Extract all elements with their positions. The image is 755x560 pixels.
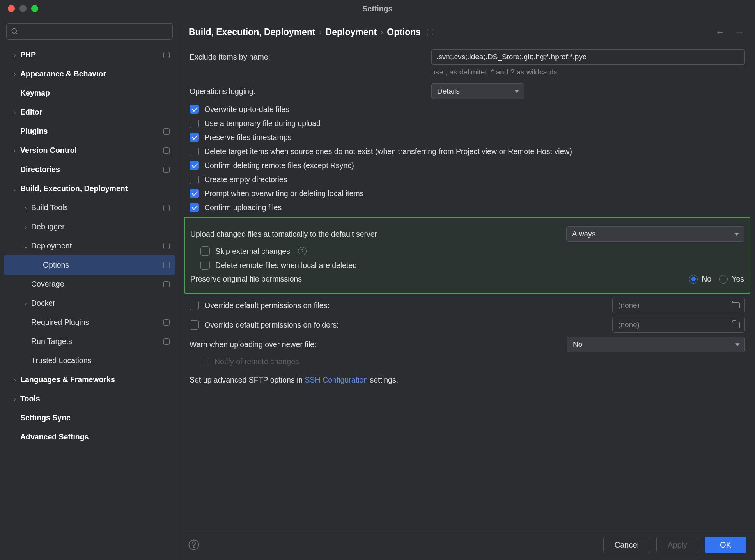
delete-target-checkbox[interactable]: [190, 147, 199, 156]
traffic-lights: [0, 5, 38, 12]
confirm-upload-checkbox[interactable]: [190, 203, 199, 212]
chevron-right-icon: ›: [11, 395, 19, 402]
delete-remote-checkbox[interactable]: [200, 261, 210, 270]
sidebar-item-plugins[interactable]: Plugins: [4, 122, 175, 141]
override-files-checkbox[interactable]: [190, 301, 199, 310]
settings-window: Settings ›PHP›Appearance & BehaviorKeyma…: [0, 0, 755, 560]
sidebar-item-build-execution-deployment[interactable]: ⌄Build, Execution, Deployment: [4, 179, 175, 198]
project-scope-badge: [163, 262, 170, 268]
create-empty-row[interactable]: Create empty directories: [190, 175, 745, 184]
exclude-items-input[interactable]: [431, 49, 745, 65]
minimize-window-button[interactable]: [19, 5, 27, 12]
close-window-button[interactable]: [8, 5, 15, 12]
preserve-perms-row: Preserve original file permissions No Ye…: [190, 275, 744, 284]
override-files-field[interactable]: (none): [612, 298, 745, 313]
warn-select[interactable]: No: [567, 337, 745, 352]
create-empty-checkbox[interactable]: [190, 175, 199, 184]
sidebar-item-version-control[interactable]: ›Version Control: [4, 141, 175, 160]
delete-target-row[interactable]: Delete target items when source ones do …: [190, 147, 745, 156]
zoom-window-button[interactable]: [31, 5, 38, 12]
override-folders-checkbox[interactable]: [190, 320, 199, 330]
chevron-right-icon: ›: [11, 71, 19, 77]
radio-icon: [719, 275, 728, 284]
titlebar: Settings: [0, 0, 755, 17]
search-input[interactable]: [6, 23, 173, 40]
sidebar-item-directories[interactable]: Directories: [4, 160, 175, 179]
ok-button[interactable]: OK: [705, 537, 746, 553]
svg-point-3: [193, 547, 194, 548]
sidebar-item-languages-frameworks[interactable]: ›Languages & Frameworks: [4, 370, 175, 389]
tempfile-row[interactable]: Use a temporary file during upload: [190, 119, 745, 128]
override-folders-field[interactable]: (none): [612, 317, 745, 333]
tempfile-checkbox[interactable]: [190, 119, 199, 128]
confirm-upload-row[interactable]: Confirm uploading files: [190, 203, 745, 212]
breadcrumb-item[interactable]: Build, Execution, Deployment: [189, 27, 315, 37]
preserve-perms-yes[interactable]: Yes: [719, 275, 744, 284]
sidebar-item-label: Options: [43, 261, 160, 269]
sidebar-item-settings-sync[interactable]: Settings Sync: [4, 408, 175, 427]
sidebar-item-appearance-behavior[interactable]: ›Appearance & Behavior: [4, 64, 175, 83]
sidebar-item-trusted-locations[interactable]: Trusted Locations: [4, 351, 175, 370]
sidebar-item-options[interactable]: Options: [4, 255, 175, 275]
preserve-perms-no[interactable]: No: [689, 275, 711, 284]
sidebar-item-keymap[interactable]: Keymap: [4, 83, 175, 103]
project-scope-badge: [163, 128, 170, 135]
help-icon[interactable]: [188, 539, 200, 551]
help-icon[interactable]: ?: [298, 247, 307, 255]
breadcrumb-item[interactable]: Deployment: [326, 27, 377, 37]
confirm-delete-checkbox[interactable]: [190, 161, 199, 170]
delete-remote-label: Delete remote files when local are delet…: [215, 261, 357, 270]
sidebar-item-docker[interactable]: ›Docker: [4, 294, 175, 313]
sidebar-item-advanced-settings[interactable]: Advanced Settings: [4, 427, 175, 447]
project-scope-badge: [163, 147, 170, 154]
sidebar-item-coverage[interactable]: Coverage: [4, 275, 175, 294]
sidebar-item-editor[interactable]: ›Editor: [4, 103, 175, 122]
delete-remote-row[interactable]: Delete remote files when local are delet…: [190, 261, 744, 270]
sidebar-item-debugger[interactable]: ›Debugger: [4, 217, 175, 236]
sidebar-item-label: Tools: [20, 394, 170, 403]
chevron-down-icon: ⌄: [11, 185, 19, 192]
prompt-overwrite-checkbox[interactable]: [190, 189, 199, 198]
back-arrow-icon[interactable]: ←: [715, 27, 725, 37]
exclude-hint: use ; as delimiter, * and ? as wildcards: [431, 68, 745, 76]
project-scope-badge: [163, 52, 170, 58]
override-files-row: Override default permissions on files: (…: [190, 298, 745, 313]
skip-external-label: Skip external changes: [215, 247, 290, 256]
skip-external-checkbox[interactable]: [200, 246, 210, 256]
overwrite-row[interactable]: Overwrite up-to-date files: [190, 105, 745, 114]
override-folders-label: Override default permissions on folders:: [204, 321, 607, 330]
confirm-delete-row[interactable]: Confirm deleting remote files (except Rs…: [190, 161, 745, 170]
sidebar-item-deployment[interactable]: ⌄Deployment: [4, 236, 175, 255]
options-panel: Exclude items by name: use ; as delimite…: [179, 41, 755, 531]
sidebar-item-label: Debugger: [31, 222, 170, 231]
create-empty-label: Create empty directories: [204, 175, 287, 184]
auto-upload-select[interactable]: Always: [566, 226, 744, 242]
preserve-ts-checkbox[interactable]: [190, 133, 199, 142]
sidebar-item-label: Deployment: [31, 241, 160, 250]
cancel-button[interactable]: Cancel: [603, 537, 650, 553]
search-wrap: [4, 23, 175, 40]
preserve-ts-row[interactable]: Preserve files timestamps: [190, 133, 745, 142]
chevron-right-icon: ›: [22, 204, 30, 211]
apply-button[interactable]: Apply: [656, 537, 698, 553]
search-icon: [11, 28, 19, 35]
chevron-right-icon: ›: [22, 300, 30, 307]
sidebar-item-run-targets[interactable]: Run Targets: [4, 332, 175, 351]
project-scope-badge: [163, 205, 170, 211]
exclude-row: Exclude items by name:: [190, 49, 745, 65]
skip-external-row[interactable]: Skip external changes ?: [190, 246, 744, 256]
sidebar-item-build-tools[interactable]: ›Build Tools: [4, 198, 175, 217]
prompt-overwrite-row[interactable]: Prompt when overwriting or deleting loca…: [190, 189, 745, 198]
ssh-config-link[interactable]: SSH Configuration: [305, 376, 368, 384]
confirm-delete-label: Confirm deleting remote files (except Rs…: [204, 161, 354, 170]
window-title: Settings: [0, 4, 755, 13]
sidebar-item-required-plugins[interactable]: Required Plugins: [4, 313, 175, 332]
overwrite-checkbox[interactable]: [190, 105, 199, 114]
ops-logging-select[interactable]: Details: [431, 83, 524, 99]
sidebar-item-tools[interactable]: ›Tools: [4, 389, 175, 408]
auto-upload-row: Upload changed files automatically to th…: [190, 226, 744, 242]
sidebar-item-label: Plugins: [20, 127, 160, 136]
sidebar-item-php[interactable]: ›PHP: [4, 45, 175, 64]
sidebar-item-label: Required Plugins: [31, 318, 160, 327]
project-scope-badge: [163, 281, 170, 287]
